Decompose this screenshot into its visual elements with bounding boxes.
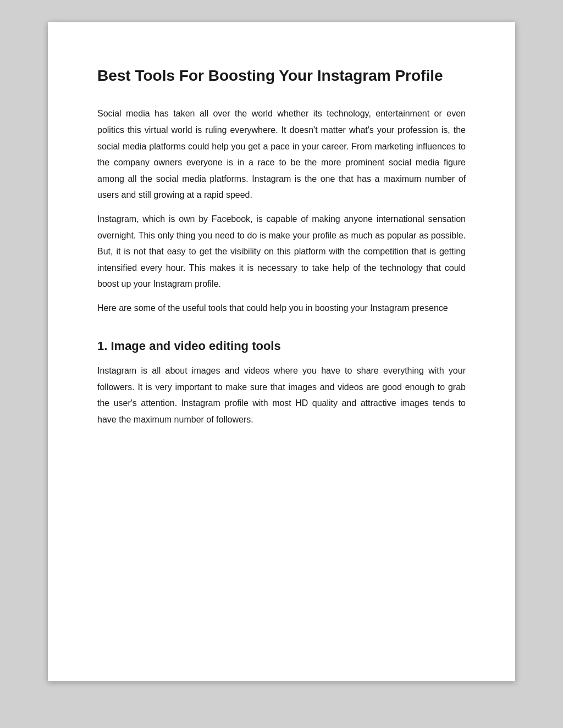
document-page: Best Tools For Boosting Your Instagram P… <box>48 22 515 681</box>
section-1-heading: 1. Image and video editing tools <box>97 338 466 354</box>
paragraph-3: Here are some of the useful tools that c… <box>97 300 466 316</box>
section-1-paragraph: Instagram is all about images and videos… <box>97 363 466 427</box>
paragraph-2: Instagram, which is own by Facebook, is … <box>97 211 466 292</box>
page-title: Best Tools For Boosting Your Instagram P… <box>97 66 466 86</box>
paragraph-1: Social media has taken all over the worl… <box>97 105 466 203</box>
